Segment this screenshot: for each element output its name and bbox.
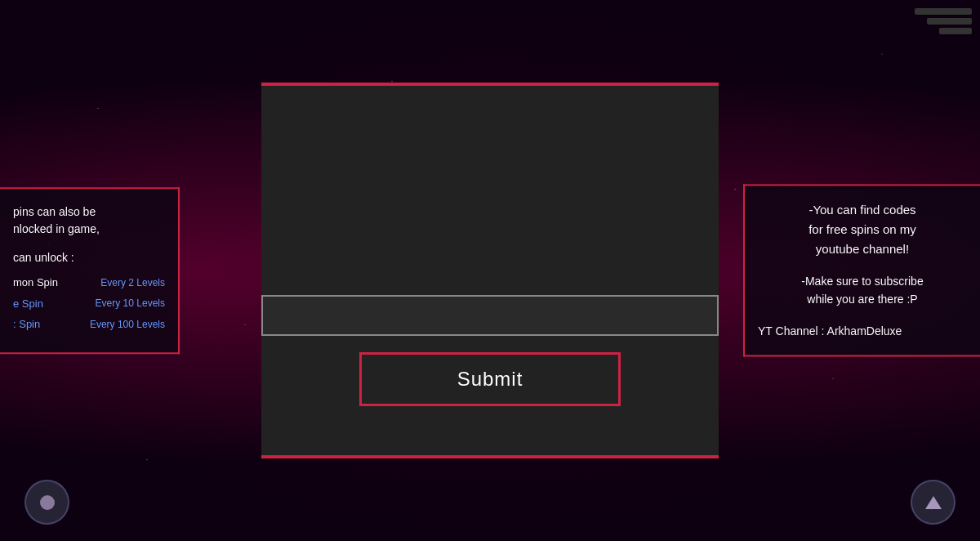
submit-button[interactable]: Submit	[359, 352, 621, 406]
right-info-panel: -You can find codes for free spins on my…	[743, 184, 980, 356]
subscribe-text: -Make sure to subscribe while you are th…	[758, 272, 967, 309]
right-line2: for free spins on my	[808, 222, 916, 236]
joystick-dot	[40, 495, 55, 510]
find-codes-text: -You can find codes for free spins on my…	[758, 200, 967, 259]
right-line4: -Make sure to subscribe	[801, 275, 923, 288]
center-panel: Submit	[261, 83, 719, 458]
code-input[interactable]	[261, 297, 719, 334]
yt-channel-text: YT Channel : ArkhamDeluxe	[758, 322, 967, 340]
code-input-row	[261, 295, 719, 336]
right-line1: -You can find codes	[808, 203, 915, 217]
arrow-control[interactable]	[911, 480, 956, 525]
right-line3: youtube channel!	[816, 242, 909, 256]
input-field-wrapper	[261, 297, 719, 334]
input-area: Submit	[261, 295, 719, 406]
right-line5: while you are there :P	[807, 293, 917, 306]
joystick-control[interactable]	[24, 480, 69, 525]
up-arrow-icon	[925, 496, 942, 509]
